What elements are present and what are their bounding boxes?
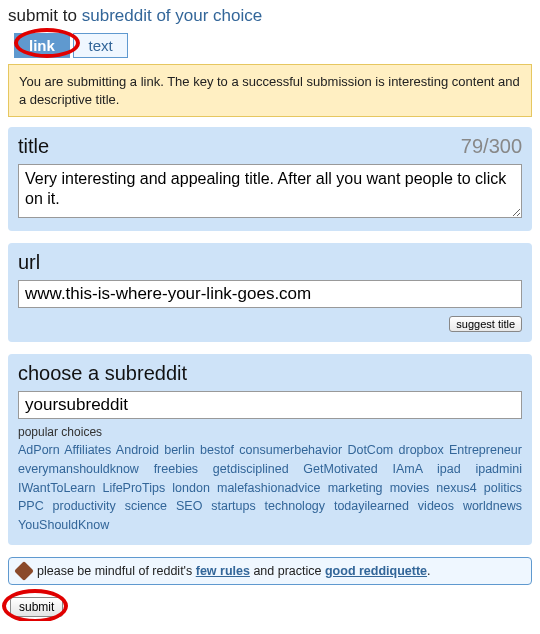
reminder-prefix: please be mindful of reddit's [37,564,196,578]
popular-choice-link[interactable]: GetMotivated [303,462,377,476]
subreddit-label: choose a subreddit [18,362,187,385]
popular-choice-link[interactable]: movies [390,481,430,495]
popular-choice-link[interactable]: IWantToLearn [18,481,95,495]
popular-choice-link[interactable]: berlin [164,443,195,457]
tab-link[interactable]: link [14,33,70,58]
popular-choice-link[interactable]: ipad [437,462,461,476]
popular-choice-link[interactable]: SEO [176,499,202,513]
subreddit-choice-link[interactable]: subreddit of your choice [82,6,263,25]
reminder-suffix: . [427,564,430,578]
popular-choice-link[interactable]: freebies [154,462,198,476]
popular-choice-link[interactable]: DotCom [347,443,393,457]
header-prefix: submit to [8,6,77,25]
popular-choice-link[interactable]: nexus4 [436,481,476,495]
rules-reminder: please be mindful of reddit's few rules … [8,557,532,585]
popular-choice-link[interactable]: politics [484,481,522,495]
reddiquette-link[interactable]: good reddiquette [325,564,427,578]
popular-choice-link[interactable]: todayilearned [334,499,409,513]
popular-choice-link[interactable]: getdisciplined [213,462,289,476]
page-header: submit to subreddit of your choice [8,6,532,26]
subreddit-input[interactable] [18,391,522,419]
popular-choice-link[interactable]: startups [211,499,255,513]
popular-choice-link[interactable]: Android [116,443,159,457]
popular-choice-link[interactable]: science [125,499,167,513]
popular-choice-link[interactable]: malefashionadvice [217,481,321,495]
reminder-middle: and practice [250,564,325,578]
popular-choices-list: AdPorn Affiliates Android berlin bestof … [18,441,522,535]
title-input[interactable] [18,164,522,218]
tag-icon [14,561,34,581]
popular-choice-link[interactable]: ipadmini [475,462,522,476]
popular-choices-label: popular choices [18,425,522,439]
few-rules-link[interactable]: few rules [196,564,250,578]
suggest-title-button[interactable]: suggest title [449,316,522,332]
url-panel: url suggest title [8,243,532,342]
popular-choice-link[interactable]: london [172,481,210,495]
popular-choice-link[interactable]: bestof [200,443,234,457]
popular-choice-link[interactable]: technology [265,499,325,513]
url-label: url [18,251,40,274]
popular-choice-link[interactable]: marketing [328,481,383,495]
tab-row: link text [14,32,532,58]
popular-choice-link[interactable]: consumerbehavior [239,443,342,457]
subreddit-panel: choose a subreddit popular choices AdPor… [8,354,532,545]
popular-choice-link[interactable]: IAmA [392,462,422,476]
popular-choice-link[interactable]: worldnews [463,499,522,513]
title-panel: title 79/300 [8,127,532,231]
popular-choice-link[interactable]: productivity [53,499,116,513]
title-counter: 79/300 [461,135,522,158]
popular-choice-link[interactable]: dropbox [399,443,444,457]
tab-text[interactable]: text [73,33,127,58]
popular-choice-link[interactable]: LifeProTips [102,481,165,495]
submit-wrap: submit [10,597,63,617]
popular-choice-link[interactable]: Entrepreneur [449,443,522,457]
popular-choice-link[interactable]: videos [418,499,454,513]
popular-choice-link[interactable]: AdPorn [18,443,60,457]
url-input[interactable] [18,280,522,308]
popular-choice-link[interactable]: YouShouldKnow [18,518,109,532]
submission-notice: You are submitting a link. The key to a … [8,64,532,117]
popular-choice-link[interactable]: Affiliates [64,443,111,457]
popular-choice-link[interactable]: everymanshouldknow [18,462,139,476]
popular-choice-link[interactable]: PPC [18,499,44,513]
submit-button[interactable]: submit [10,597,63,617]
title-label: title [18,135,49,158]
